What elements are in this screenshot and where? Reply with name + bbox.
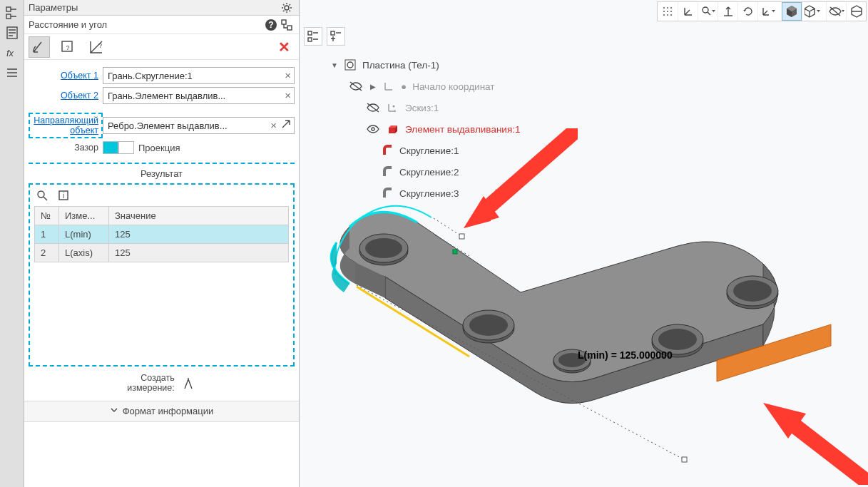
clear-icon[interactable]: × [270, 119, 277, 131]
mass-mode-icon[interactable]: ? [86, 36, 107, 58]
collapse-tree-icon[interactable] [279, 17, 295, 33]
guide-label[interactable]: Направляющий объект [29, 113, 103, 138]
tree-panel-icon[interactable] [3, 4, 21, 21]
svg-point-44 [658, 329, 697, 350]
format-info-label: Формат информации [123, 406, 214, 416]
sketch-icon: + [387, 101, 399, 114]
area-mode-icon[interactable]: ? [57, 36, 78, 58]
results-table: № Изме... Значение 1 L(min) 125 2 L(axis… [34, 206, 289, 262]
svg-point-38 [469, 314, 508, 336]
tree-root[interactable]: ▼ Пластина (Тел-1) [331, 54, 520, 76]
guide-value: Ребро.Элемент выдавлив... [108, 121, 228, 131]
result-box: i № Изме... Значение 1 L(min) 125 2 L(ax… [29, 183, 295, 366]
left-app-toolbar: fx [0, 0, 24, 487]
parameters-panel: Параметры Расстояние и угол ? ? ? ✕ Объе… [24, 0, 300, 487]
svg-point-32 [372, 128, 374, 130]
object2-value: Грань.Элемент выдавлив... [108, 91, 225, 101]
origin-icon [382, 80, 395, 93]
svg-rect-26 [308, 38, 312, 41]
svg-text:?: ? [66, 44, 69, 51]
hidden-eye-icon[interactable] [365, 103, 381, 113]
svg-point-47 [733, 280, 772, 302]
tree-sketch[interactable]: + Эскиз:1 [331, 97, 520, 118]
svg-point-20 [670, 11, 672, 12]
svg-text:+: + [393, 108, 397, 113]
fit-icon[interactable] [718, 2, 737, 21]
object2-field[interactable]: Грань.Элемент выдавлив... × [103, 87, 295, 104]
svg-point-21 [663, 14, 665, 16]
visible-eye-icon[interactable] [365, 124, 381, 134]
svg-rect-7 [282, 20, 286, 24]
sheet-panel-icon[interactable] [3, 24, 21, 41]
command-ribbon: ? ? ✕ [24, 34, 299, 60]
svg-point-24 [703, 7, 708, 13]
help-icon[interactable]: ? [263, 17, 279, 33]
annotation-arrow-icon [756, 399, 868, 485]
object1-label[interactable]: Объект 1 [29, 71, 103, 81]
view-toolbar [657, 1, 867, 21]
ucs-icon[interactable] [678, 2, 698, 21]
measure-readout: L(min) = 125.000000 [578, 349, 673, 361]
grid-icon[interactable] [658, 2, 678, 21]
search-icon[interactable] [34, 188, 50, 203]
section-cube-icon[interactable] [846, 2, 866, 21]
clear-icon[interactable]: × [285, 69, 291, 81]
chevron-down-icon[interactable]: ▼ [331, 61, 338, 69]
close-icon[interactable]: ✕ [273, 36, 295, 58]
fillet-icon [381, 165, 394, 178]
object1-field[interactable]: Грань.Скругление:1 × [103, 67, 295, 84]
svg-rect-50 [453, 250, 457, 254]
svg-point-18 [663, 11, 665, 12]
col-num[interactable]: № [35, 207, 59, 225]
tree-list-icon[interactable] [304, 27, 322, 46]
clear-icon[interactable]: × [285, 89, 291, 101]
projection-label: Проекция [138, 143, 180, 153]
svg-text:i: i [63, 192, 64, 200]
result-heading: Результат [24, 164, 299, 183]
gap-label: Зазор [29, 143, 103, 153]
hide-eye-dropdown-icon[interactable] [826, 2, 846, 21]
guide-field[interactable]: Ребро.Элемент выдавлив... × [103, 117, 295, 134]
svg-point-23 [670, 14, 672, 16]
stack-panel-icon[interactable] [3, 64, 21, 81]
compass-icon[interactable] [180, 376, 196, 391]
gap-toggle[interactable] [103, 141, 134, 154]
table-row[interactable]: 2 L(axis) 125 [35, 244, 289, 262]
panel-title-bar: Параметры [24, 0, 299, 16]
rotate-icon[interactable] [737, 2, 757, 21]
object1-value: Грань.Скругление:1 [108, 71, 193, 81]
svg-text:fx: fx [6, 48, 14, 58]
hidden-eye-icon[interactable] [348, 81, 364, 91]
wire-cube-dropdown-icon[interactable] [802, 2, 822, 21]
svg-point-17 [670, 7, 672, 9]
svg-rect-0 [6, 7, 11, 11]
chevron-right-icon[interactable]: ▶ [369, 83, 377, 91]
table-row[interactable]: 1 L(min) 125 [35, 225, 289, 244]
fillet-icon [381, 144, 394, 157]
distance-angle-mode-icon[interactable] [29, 36, 50, 58]
shaded-cube-icon[interactable] [782, 2, 802, 21]
part-icon [344, 58, 357, 71]
annotation-arrow-icon [456, 128, 578, 235]
axes-dropdown-icon[interactable] [757, 2, 777, 21]
chevron-down-icon [110, 406, 118, 416]
svg-rect-48 [682, 457, 687, 462]
col-val[interactable]: Значение [109, 207, 289, 225]
svg-point-16 [667, 7, 668, 9]
pick-arrow-icon[interactable] [281, 119, 291, 131]
svg-rect-1 [6, 14, 11, 19]
svg-rect-28 [345, 60, 355, 70]
viewport-3d[interactable]: ▼ Пластина (Тел-1) ▶ ● Начало координат … [300, 0, 868, 487]
tree-add-icon[interactable] [327, 27, 345, 46]
svg-rect-27 [331, 31, 335, 35]
svg-point-12 [38, 191, 44, 198]
svg-rect-25 [308, 31, 312, 35]
format-info-toggle[interactable]: Формат информации [24, 401, 299, 422]
tree-origin[interactable]: ▶ ● Начало координат [331, 76, 520, 97]
fx-panel-icon[interactable]: fx [3, 44, 21, 61]
object2-label[interactable]: Объект 2 [29, 91, 103, 101]
gear-icon[interactable] [279, 0, 295, 16]
col-meas[interactable]: Изме... [59, 207, 109, 225]
info-icon[interactable]: i [56, 188, 71, 203]
zoom-dropdown-icon[interactable] [698, 2, 718, 21]
